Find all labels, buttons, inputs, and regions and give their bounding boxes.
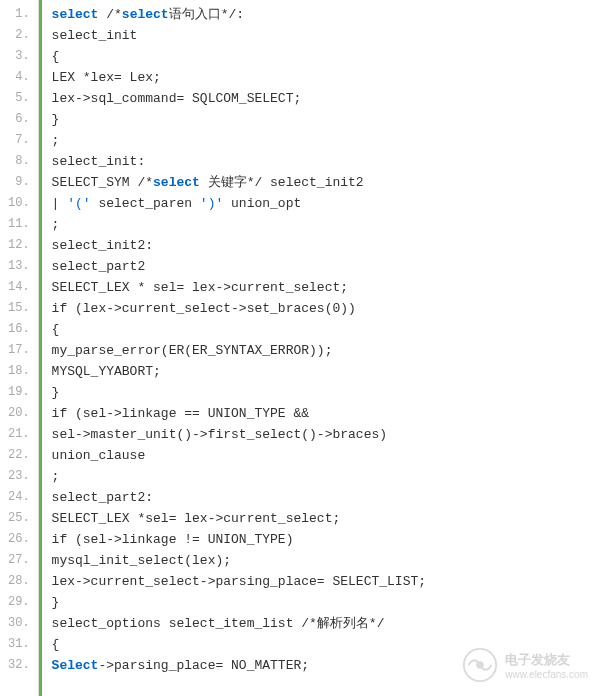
code-line: select_init2:: [42, 235, 603, 256]
line-number: 32.: [0, 655, 38, 676]
code-token: SELECT_SYM /*: [52, 175, 153, 190]
code-token: if (lex->current_select->set_braces(0)): [52, 301, 356, 316]
code-token: select_init:: [52, 154, 146, 169]
code-token: }: [52, 385, 60, 400]
code-token: mysql_init_select(lex);: [52, 553, 231, 568]
line-number: 5.: [0, 88, 38, 109]
code-token: if (sel->linkage == UNION_TYPE &&: [52, 406, 309, 421]
code-token: {: [52, 322, 60, 337]
code-token: LEX *lex= Lex;: [52, 70, 161, 85]
code-line: select_init:: [42, 151, 603, 172]
code-line: | '(' select_paren ')' union_opt: [42, 193, 603, 214]
code-line: SELECT_SYM /*select 关键字*/ select_init2: [42, 172, 603, 193]
keyword-token: Select: [52, 658, 99, 673]
code-line: LEX *lex= Lex;: [42, 67, 603, 88]
code-line: if (sel->linkage != UNION_TYPE): [42, 529, 603, 550]
code-token: if (sel->linkage != UNION_TYPE): [52, 532, 294, 547]
line-number: 28.: [0, 571, 38, 592]
keyword-token: select: [52, 7, 99, 22]
line-number: 20.: [0, 403, 38, 424]
code-line: select /*select语句入口*/:: [42, 4, 603, 25]
line-number: 9.: [0, 172, 38, 193]
line-number: 14.: [0, 277, 38, 298]
code-token: select_paren: [91, 196, 200, 211]
code-token: ->parsing_place= NO_MATTER;: [98, 658, 309, 673]
code-token: SELECT_LEX *sel= lex->current_select;: [52, 511, 341, 526]
line-number: 10.: [0, 193, 38, 214]
code-line: union_clause: [42, 445, 603, 466]
code-line: select_part2:: [42, 487, 603, 508]
line-number: 2.: [0, 25, 38, 46]
line-number: 6.: [0, 109, 38, 130]
code-line: SELECT_LEX * sel= lex->current_select;: [42, 277, 603, 298]
line-number: 22.: [0, 445, 38, 466]
line-number: 27.: [0, 550, 38, 571]
code-line: select_options select_item_list /*解析列名*/: [42, 613, 603, 634]
svg-point-1: [476, 661, 484, 669]
code-token: union_clause: [52, 448, 146, 463]
line-number: 11.: [0, 214, 38, 235]
code-line: if (lex->current_select->set_braces(0)): [42, 298, 603, 319]
code-token: ;: [52, 469, 60, 484]
code-token: select_init2:: [52, 238, 153, 253]
code-token: ;: [52, 133, 60, 148]
line-number-gutter: 1.2.3.4.5.6.7.8.9.10.11.12.13.14.15.16.1…: [0, 0, 39, 696]
code-line: lex->sql_command= SQLCOM_SELECT;: [42, 88, 603, 109]
line-number: 8.: [0, 151, 38, 172]
code-token: lex->sql_command= SQLCOM_SELECT;: [52, 91, 302, 106]
line-number: 7.: [0, 130, 38, 151]
code-line: }: [42, 109, 603, 130]
code-token: MYSQL_YYABORT;: [52, 364, 161, 379]
code-line: MYSQL_YYABORT;: [42, 361, 603, 382]
code-token: /*: [98, 7, 121, 22]
code-line: }: [42, 382, 603, 403]
code-token: ;: [52, 217, 60, 232]
string-token: '(': [67, 196, 90, 211]
code-token: {: [52, 49, 60, 64]
line-number: 21.: [0, 424, 38, 445]
code-token: select_options select_item_list /*解析列名*/: [52, 616, 385, 631]
code-token: |: [52, 196, 68, 211]
code-line: mysql_init_select(lex);: [42, 550, 603, 571]
line-number: 26.: [0, 529, 38, 550]
string-token: ')': [200, 196, 223, 211]
line-number: 30.: [0, 613, 38, 634]
code-token: lex->current_select->parsing_place= SELE…: [52, 574, 426, 589]
line-number: 1.: [0, 4, 38, 25]
code-area: select /*select语句入口*/:select_init{LEX *l…: [39, 0, 603, 696]
code-token: my_parse_error(ER(ER_SYNTAX_ERROR));: [52, 343, 333, 358]
line-number: 29.: [0, 592, 38, 613]
code-line: lex->current_select->parsing_place= SELE…: [42, 571, 603, 592]
code-line: ;: [42, 130, 603, 151]
watermark-logo-icon: [461, 646, 499, 684]
code-line: }: [42, 592, 603, 613]
line-number: 23.: [0, 466, 38, 487]
line-number: 24.: [0, 487, 38, 508]
code-line: ;: [42, 466, 603, 487]
line-number: 13.: [0, 256, 38, 277]
watermark: 电子发烧友 www.elecfans.com: [461, 646, 588, 684]
line-number: 16.: [0, 319, 38, 340]
code-token: }: [52, 112, 60, 127]
watermark-url: www.elecfans.com: [505, 669, 588, 680]
code-line: my_parse_error(ER(ER_SYNTAX_ERROR));: [42, 340, 603, 361]
code-line: ;: [42, 214, 603, 235]
code-token: SELECT_LEX * sel= lex->current_select;: [52, 280, 348, 295]
code-container: 1.2.3.4.5.6.7.8.9.10.11.12.13.14.15.16.1…: [0, 0, 603, 696]
code-token: sel->master_unit()->first_select()->brac…: [52, 427, 387, 442]
code-line: SELECT_LEX *sel= lex->current_select;: [42, 508, 603, 529]
line-number: 3.: [0, 46, 38, 67]
line-number: 19.: [0, 382, 38, 403]
code-line: if (sel->linkage == UNION_TYPE &&: [42, 403, 603, 424]
code-token: {: [52, 637, 60, 652]
watermark-cn: 电子发烧友: [505, 651, 588, 669]
keyword-token: select: [122, 7, 169, 22]
keyword-token: select: [153, 175, 200, 190]
watermark-text: 电子发烧友 www.elecfans.com: [505, 651, 588, 680]
code-token: 关键字*/ select_init2: [200, 175, 364, 190]
code-line: {: [42, 46, 603, 67]
code-token: }: [52, 595, 60, 610]
code-line: select_part2: [42, 256, 603, 277]
code-line: select_init: [42, 25, 603, 46]
line-number: 17.: [0, 340, 38, 361]
